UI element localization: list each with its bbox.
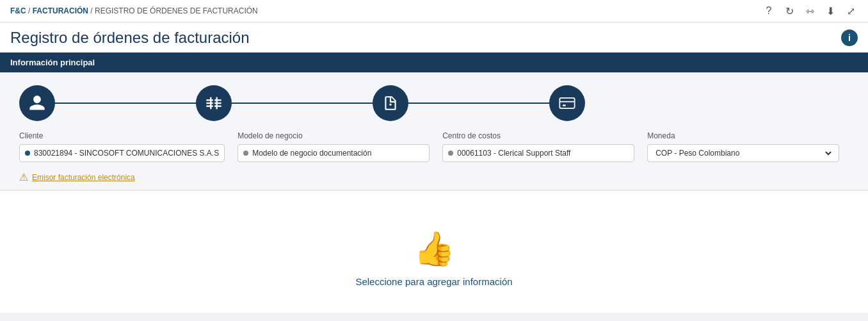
- field-group-cliente: Cliente 830021894 - SINCOSOFT COMUNICACI…: [19, 131, 225, 162]
- step-moneda: [549, 85, 585, 121]
- input-modelo[interactable]: Modelo de negocio documentación: [237, 144, 430, 162]
- field-group-modelo: Modelo de negocio Modelo de negocio docu…: [237, 131, 430, 162]
- dot-modelo: [243, 151, 248, 156]
- step-circle-cliente: [19, 85, 55, 121]
- warning-link[interactable]: Emisor facturación electrónica: [32, 173, 135, 182]
- svg-rect-7: [214, 106, 221, 107]
- page-title-bar: Registro de órdenes de facturación i: [0, 22, 868, 53]
- select-moneda-container[interactable]: COP - Peso Colombiano USD - Dólar EUR - …: [647, 144, 839, 162]
- label-moneda: Moneda: [647, 131, 839, 140]
- thumbs-up-icon: 👍: [414, 229, 455, 268]
- value-modelo: Modelo de negocio documentación: [252, 149, 371, 158]
- page-title: Registro de órdenes de facturación: [10, 29, 250, 47]
- step-circle-centro: [373, 85, 408, 121]
- step-cliente: [19, 85, 55, 121]
- breadcrumb: F&C / FACTURACIÓN / REGISTRO DE ÓRDENES …: [10, 6, 258, 15]
- breadcrumb-fc[interactable]: F&C: [10, 6, 26, 15]
- field-group-centro: Centro de costos 00061103 - Clerical Sup…: [442, 131, 634, 162]
- main-content: Cliente 830021894 - SINCOSOFT COMUNICACI…: [0, 72, 868, 190]
- svg-rect-9: [559, 98, 574, 108]
- split-icon[interactable]: ⇿: [803, 4, 817, 18]
- expand-icon[interactable]: ⤢: [844, 4, 858, 18]
- value-cliente: 830021894 - SINCOSOFT COMUNICACIONES S.A…: [34, 149, 219, 158]
- info-icon[interactable]: i: [841, 29, 858, 46]
- top-icons-group: ? ↻ ⇿ ⬇ ⤢: [762, 4, 858, 18]
- field-group-moneda: Moneda COP - Peso Colombiano USD - Dólar…: [647, 131, 839, 162]
- download-icon[interactable]: ⬇: [823, 4, 837, 18]
- step-line-3: [408, 103, 549, 104]
- step-circle-moneda: [549, 85, 585, 121]
- dot-cliente: [25, 151, 30, 156]
- empty-state-text: Seleccione para agregar información: [355, 276, 512, 287]
- label-modelo: Modelo de negocio: [237, 131, 430, 140]
- svg-rect-0: [206, 99, 213, 101]
- value-centro: 00061103 - Clerical Support Staff: [457, 149, 570, 158]
- help-icon[interactable]: ?: [762, 4, 776, 18]
- select-moneda[interactable]: COP - Peso Colombiano USD - Dólar EUR - …: [653, 148, 833, 158]
- fields-row: Cliente 830021894 - SINCOSOFT COMUNICACI…: [19, 131, 849, 162]
- input-centro[interactable]: 00061103 - Clerical Support Staff: [442, 144, 634, 162]
- breadcrumb-current: REGISTRO DE ÓRDENES DE FACTURACIÓN: [95, 6, 258, 15]
- svg-rect-4: [210, 97, 211, 110]
- dot-centro: [448, 151, 453, 156]
- svg-rect-3: [214, 103, 221, 104]
- svg-rect-1: [214, 99, 221, 101]
- svg-rect-6: [206, 106, 213, 107]
- svg-point-8: [389, 104, 391, 106]
- empty-text-highlight: información: [463, 276, 513, 287]
- warning-row: ⚠ Emisor facturación electrónica: [19, 171, 849, 183]
- svg-rect-5: [216, 97, 218, 110]
- warning-triangle-icon: ⚠: [19, 171, 28, 183]
- label-centro: Centro de costos: [442, 131, 634, 140]
- top-bar: F&C / FACTURACIÓN / REGISTRO DE ÓRDENES …: [0, 0, 868, 22]
- steps-container: [19, 79, 849, 121]
- svg-rect-2: [206, 103, 213, 104]
- step-line-1: [55, 103, 196, 104]
- step-modelo: [196, 85, 232, 121]
- refresh-icon[interactable]: ↻: [782, 4, 796, 18]
- empty-section: 👍 Seleccione para agregar información: [0, 190, 868, 313]
- step-centro: [373, 85, 408, 121]
- step-circle-modelo: [196, 85, 232, 121]
- label-cliente: Cliente: [19, 131, 225, 140]
- input-cliente[interactable]: 830021894 - SINCOSOFT COMUNICACIONES S.A…: [19, 144, 225, 162]
- section-header: Información principal: [0, 53, 868, 72]
- empty-text-before: Seleccione para agregar: [355, 276, 463, 287]
- breadcrumb-facturacion[interactable]: FACTURACIÓN: [33, 6, 88, 15]
- step-line-2: [232, 103, 373, 104]
